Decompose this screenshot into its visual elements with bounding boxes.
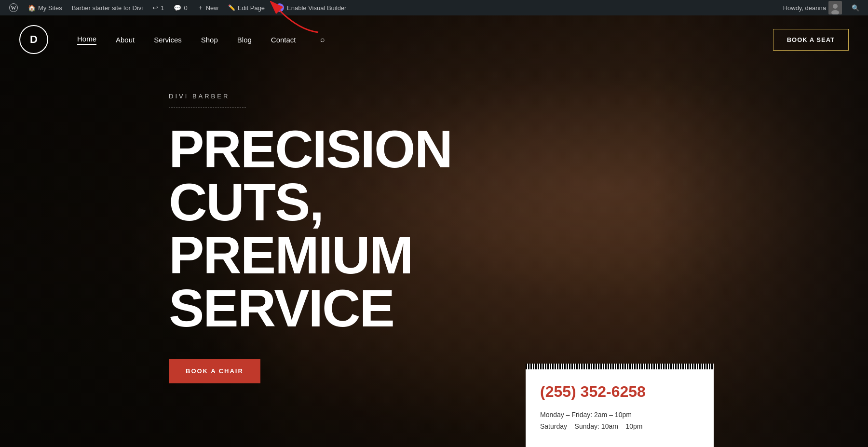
site-wrapper: D Home About Services Shop Blog	[0, 15, 868, 447]
nav-item-services[interactable]: Services	[154, 36, 182, 44]
revisions-menu[interactable]: ↩ 1	[148, 0, 169, 15]
nav-logo[interactable]: D	[19, 25, 48, 54]
my-sites-label: My Sites	[38, 4, 62, 12]
info-hours-weekday: Monday – Friday: 2am – 10pm	[540, 409, 699, 421]
search-button[interactable]: 🔍	[847, 0, 864, 15]
new-label: New	[206, 4, 218, 12]
nav-item-home[interactable]: Home	[77, 35, 96, 45]
hero-title: PRECISION CUTS, PREMIUM SERVICE	[169, 122, 545, 335]
new-menu[interactable]: ＋ New	[192, 0, 223, 15]
info-card: (255) 352-6258 Monday – Friday: 2am – 10…	[526, 364, 714, 447]
hero-divider	[169, 108, 246, 108]
red-arrow-annotation	[270, 1, 328, 37]
my-sites-menu[interactable]: 🏠 My Sites	[23, 0, 67, 15]
user-avatar	[828, 1, 842, 14]
hero-subtitle: DIVI BARBER	[169, 93, 868, 100]
nav-item-about[interactable]: About	[116, 36, 135, 44]
edit-page-label: Edit Page	[238, 4, 265, 12]
hero-content: DIVI BARBER PRECISION CUTS, PREMIUM SERV…	[0, 64, 868, 383]
my-sites-icon: 🏠	[28, 4, 36, 12]
navigation: D Home About Services Shop Blog	[0, 15, 868, 64]
comments-menu[interactable]: 💬 0	[169, 0, 192, 15]
nav-item-blog[interactable]: Blog	[237, 36, 252, 44]
revision-icon: ↩	[152, 4, 158, 12]
comments-count: 0	[184, 4, 187, 12]
info-phone-number[interactable]: (255) 352-6258	[540, 383, 699, 401]
edit-icon: ✏️	[228, 4, 235, 11]
revisions-count: 1	[161, 4, 164, 12]
howdy-menu[interactable]: Howdy, deanna	[778, 0, 847, 15]
nav-book-seat-button[interactable]: BOOK A SEAT	[773, 29, 849, 51]
edit-page-menu[interactable]: ✏️ Edit Page	[223, 0, 270, 15]
nav-item-shop[interactable]: Shop	[201, 36, 218, 44]
new-icon: ＋	[197, 3, 203, 12]
admin-bar: W 🏠 My Sites Barber starter site for Div…	[0, 0, 868, 15]
nav-item-contact[interactable]: Contact	[271, 36, 296, 44]
info-card-header-stripe	[526, 364, 714, 369]
info-hours: Monday – Friday: 2am – 10pm Saturday – S…	[540, 409, 699, 433]
howdy-label: Howdy, deanna	[783, 4, 826, 12]
wp-logo-icon: W	[9, 3, 18, 13]
search-icon: 🔍	[852, 4, 859, 12]
site-name-label: Barber starter site for Divi	[72, 4, 143, 12]
svg-point-3	[833, 4, 838, 9]
hero-book-chair-button[interactable]: BOOK A CHAIR	[169, 359, 260, 383]
svg-text:W: W	[11, 5, 16, 11]
site-name-menu[interactable]: Barber starter site for Divi	[67, 0, 148, 15]
comments-icon: 💬	[174, 4, 181, 12]
info-hours-weekend: Saturday – Sunday: 10am – 10pm	[540, 421, 699, 433]
wp-logo-menu[interactable]: W	[4, 0, 23, 15]
